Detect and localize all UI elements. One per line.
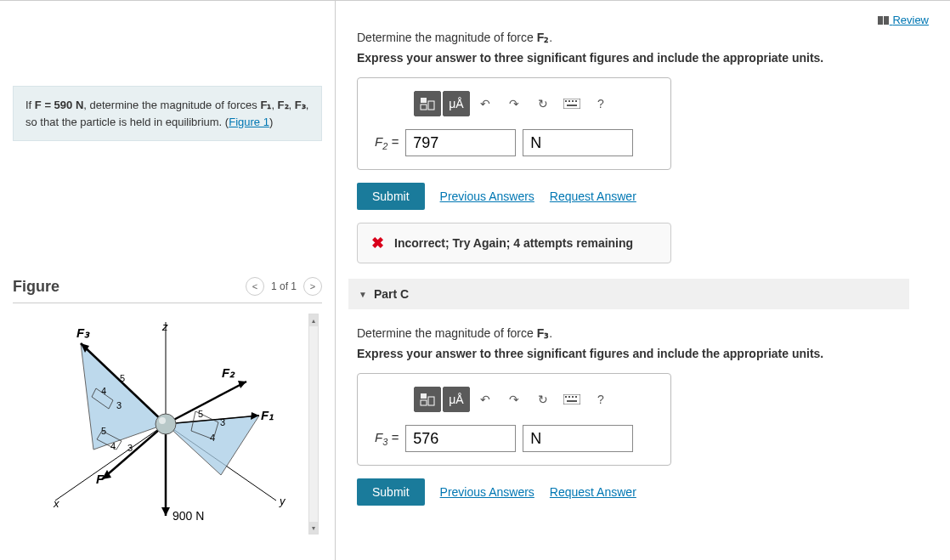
redo-button[interactable]: ↷ <box>500 387 528 412</box>
partb-label: F2 = <box>375 134 399 151</box>
partc-prev-answers-link[interactable]: Previous Answers <box>440 485 534 499</box>
svg-rect-47 <box>428 397 434 405</box>
partc-header[interactable]: ▼ Part C <box>348 279 909 309</box>
partb-instruction: Express your answer to three significant… <box>357 51 929 65</box>
svg-rect-51 <box>572 396 574 398</box>
reset-button[interactable]: ↻ <box>529 387 557 412</box>
redo-button[interactable]: ↷ <box>500 91 528 116</box>
t: Determine the magnitude of force <box>357 326 537 340</box>
t: F₂ <box>278 99 289 111</box>
svg-text:3: 3 <box>220 417 225 427</box>
undo-button[interactable]: ↶ <box>472 387 499 412</box>
units-button[interactable]: μÅ <box>443 387 470 412</box>
svg-rect-46 <box>421 400 427 405</box>
help-button[interactable]: ? <box>587 91 614 116</box>
partc-submit-button[interactable]: Submit <box>357 478 425 506</box>
review-link[interactable]: Review <box>878 14 929 26</box>
svg-rect-48 <box>563 394 580 404</box>
incorrect-icon: ✖ <box>371 234 384 252</box>
svg-text:4: 4 <box>101 386 106 396</box>
units-button[interactable]: μÅ <box>443 91 470 116</box>
figure-prev-button[interactable]: < <box>246 277 264 296</box>
svg-rect-36 <box>421 98 427 103</box>
svg-text:F: F <box>96 472 105 486</box>
template-button[interactable] <box>414 387 441 412</box>
scroll-up-button[interactable]: ▴ <box>309 314 318 326</box>
figure-scrollbar[interactable]: ▴ ▾ <box>308 314 319 535</box>
partc-actions: Submit Previous Answers Request Answer <box>357 478 929 506</box>
svg-marker-3 <box>81 343 166 450</box>
partc-request-answer-link[interactable]: Request Answer <box>550 485 636 499</box>
partc-instruction: Express your answer to three significant… <box>357 347 929 360</box>
svg-text:4: 4 <box>210 433 215 443</box>
partc-value-input[interactable] <box>405 425 516 452</box>
partb-prev-answers-link[interactable]: Previous Answers <box>440 189 534 203</box>
partc-answer-row: F3 = <box>375 425 653 452</box>
collapse-icon: ▼ <box>359 290 367 299</box>
svg-rect-53 <box>567 400 577 402</box>
svg-marker-4 <box>166 416 259 475</box>
help-button[interactable]: ? <box>587 387 614 412</box>
partb-toolbar: μÅ ↶ ↷ ↻ ? <box>375 91 653 116</box>
figure-next-button[interactable]: > <box>303 277 322 296</box>
t: . <box>549 31 552 44</box>
template-icon <box>420 97 435 110</box>
reset-button[interactable]: ↻ <box>529 91 557 116</box>
svg-text:F₂: F₂ <box>222 365 235 380</box>
svg-text:z: z <box>161 320 168 333</box>
partb-request-answer-link[interactable]: Request Answer <box>550 189 636 203</box>
template-icon <box>420 393 435 406</box>
t: , <box>289 99 295 111</box>
problem-statement: If F = 590 N, determine the magnitude of… <box>13 86 322 141</box>
figure-header: Figure < 1 of 1 > <box>13 277 322 303</box>
svg-point-15 <box>156 414 176 434</box>
undo-button[interactable]: ↶ <box>472 91 499 116</box>
partb-value-input[interactable] <box>405 129 516 156</box>
t: ) <box>269 116 273 128</box>
svg-text:3: 3 <box>116 400 122 410</box>
keyboard-icon <box>563 394 580 404</box>
figure-section: Figure < 1 of 1 > <box>13 277 322 535</box>
svg-text:3: 3 <box>127 443 133 453</box>
figure-title: Figure <box>13 278 59 296</box>
scroll-down-button[interactable]: ▾ <box>309 522 318 534</box>
svg-text:F₃: F₃ <box>76 325 90 340</box>
svg-rect-40 <box>565 100 567 102</box>
keyboard-button[interactable] <box>558 91 585 116</box>
svg-rect-49 <box>565 396 567 398</box>
svg-text:5: 5 <box>120 373 125 383</box>
figure-link[interactable]: Figure 1 <box>229 116 269 128</box>
partb-submit-button[interactable]: Submit <box>357 183 425 210</box>
problem-text: If F = 590 N, determine the magnitude of… <box>25 99 308 128</box>
t: . <box>549 326 552 340</box>
t: F <box>375 430 382 444</box>
partb-unit-input[interactable] <box>523 129 633 156</box>
svg-marker-8 <box>238 381 246 388</box>
keyboard-icon <box>563 99 580 109</box>
svg-rect-38 <box>428 101 434 110</box>
t: , <box>271 99 277 111</box>
t: F₂ <box>537 31 550 44</box>
partc-unit-input[interactable] <box>523 425 633 452</box>
svg-text:y: y <box>279 495 286 507</box>
keyboard-button[interactable] <box>558 387 585 412</box>
t: If <box>25 99 35 111</box>
svg-text:4: 4 <box>110 441 116 451</box>
svg-rect-41 <box>568 100 570 102</box>
svg-point-16 <box>159 417 166 424</box>
t: , determine the magnitude of forces <box>83 99 260 111</box>
book-icon <box>878 16 890 25</box>
figure-nav: < 1 of 1 > <box>246 277 322 296</box>
partc-title: Part C <box>374 287 409 301</box>
main-container: If F = 590 N, determine the magnitude of… <box>0 0 950 560</box>
review-label: Review <box>892 14 929 26</box>
svg-marker-14 <box>161 507 170 516</box>
figure-nav-text: 1 of 1 <box>271 280 297 292</box>
t: = <box>387 430 399 444</box>
t: F₃ <box>537 326 550 340</box>
svg-text:F₁: F₁ <box>261 408 274 422</box>
svg-text:900 N: 900 N <box>172 509 204 523</box>
svg-rect-43 <box>575 100 577 102</box>
svg-rect-35 <box>884 16 889 25</box>
template-button[interactable] <box>414 91 441 116</box>
